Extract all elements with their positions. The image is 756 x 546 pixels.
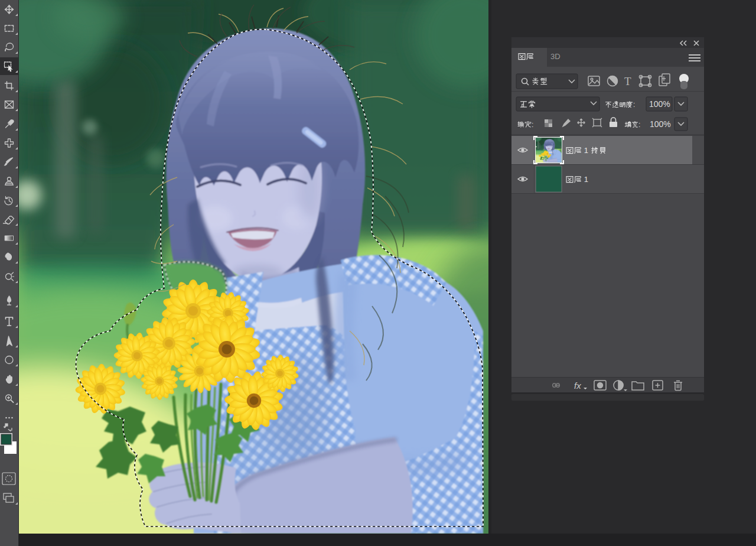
svg-text:fx: fx <box>574 381 581 391</box>
svg-text:T: T <box>624 75 631 87</box>
svg-text:100%: 100% <box>650 119 671 129</box>
svg-text:100%: 100% <box>649 99 670 109</box>
